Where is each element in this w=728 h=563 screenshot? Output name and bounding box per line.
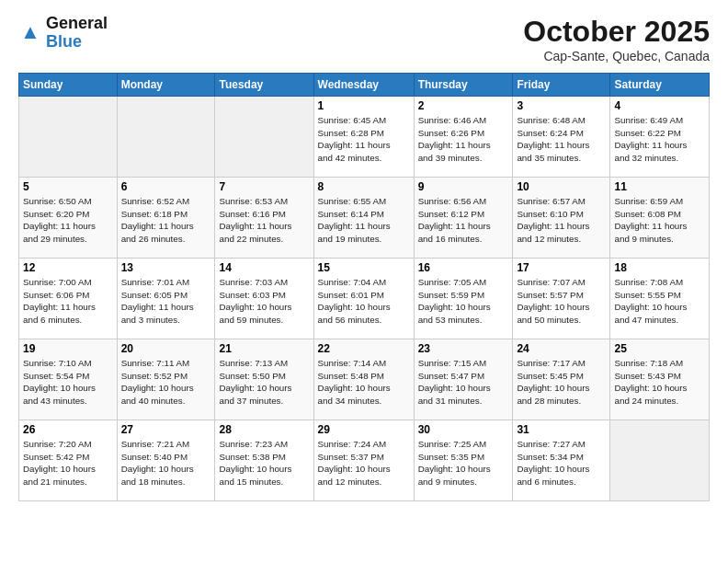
day-info: Sunrise: 7:05 AMSunset: 5:59 PMDaylight:… [418,276,509,327]
day-number: 17 [517,261,606,274]
calendar-header-row: Sunday Monday Tuesday Wednesday Thursday… [19,74,710,97]
logo-general: General [46,15,108,33]
header: ▲ General Blue October 2025 Cap-Sante, Q… [18,15,710,63]
calendar-cell: 3Sunrise: 6:48 AMSunset: 6:24 PMDaylight… [513,97,610,178]
col-thursday: Thursday [414,74,513,97]
day-info: Sunrise: 6:48 AMSunset: 6:24 PMDaylight:… [517,114,606,165]
day-info: Sunrise: 6:52 AMSunset: 6:18 PMDaylight:… [121,195,211,246]
calendar-table: Sunday Monday Tuesday Wednesday Thursday… [18,73,710,501]
day-info: Sunrise: 7:03 AMSunset: 6:03 PMDaylight:… [219,276,309,327]
day-info: Sunrise: 6:59 AMSunset: 6:08 PMDaylight:… [614,195,705,246]
day-number: 13 [121,261,211,274]
day-number: 6 [121,180,211,193]
calendar-cell: 18Sunrise: 7:08 AMSunset: 5:55 PMDayligh… [610,259,710,339]
day-info: Sunrise: 6:56 AMSunset: 6:12 PMDaylight:… [418,195,509,246]
day-number: 14 [219,261,309,274]
day-info: Sunrise: 7:00 AMSunset: 6:06 PMDaylight:… [23,276,113,327]
day-info: Sunrise: 7:20 AMSunset: 5:42 PMDaylight:… [23,438,113,488]
calendar-cell: 22Sunrise: 7:14 AMSunset: 5:48 PMDayligh… [313,339,414,420]
day-number: 18 [614,261,705,274]
day-info: Sunrise: 7:07 AMSunset: 5:57 PMDaylight:… [517,276,606,327]
day-info: Sunrise: 7:10 AMSunset: 5:54 PMDaylight:… [23,357,113,408]
day-number: 4 [614,99,705,112]
month-title: October 2025 [523,15,710,49]
day-number: 26 [23,423,113,436]
calendar-cell: 26Sunrise: 7:20 AMSunset: 5:42 PMDayligh… [19,420,118,501]
calendar-cell: 7Sunrise: 6:53 AMSunset: 6:16 PMDaylight… [215,178,313,259]
col-tuesday: Tuesday [215,74,313,97]
day-info: Sunrise: 7:04 AMSunset: 6:01 PMDaylight:… [318,276,410,327]
calendar-cell: 1Sunrise: 6:45 AMSunset: 6:28 PMDaylight… [313,97,414,178]
day-number: 31 [517,423,606,436]
col-sunday: Sunday [19,74,118,97]
day-number: 29 [318,423,410,436]
day-number: 25 [614,342,705,355]
calendar-cell: 13Sunrise: 7:01 AMSunset: 6:05 PMDayligh… [117,259,215,339]
calendar-cell: 8Sunrise: 6:55 AMSunset: 6:14 PMDaylight… [313,178,414,259]
day-info: Sunrise: 6:53 AMSunset: 6:16 PMDaylight:… [219,195,309,246]
calendar-cell [117,97,215,178]
title-block: October 2025 Cap-Sante, Quebec, Canada [523,15,710,63]
calendar-cell: 11Sunrise: 6:59 AMSunset: 6:08 PMDayligh… [610,178,710,259]
calendar-cell: 31Sunrise: 7:27 AMSunset: 5:34 PMDayligh… [513,420,610,501]
calendar-cell: 17Sunrise: 7:07 AMSunset: 5:57 PMDayligh… [513,259,610,339]
day-info: Sunrise: 7:13 AMSunset: 5:50 PMDaylight:… [219,357,309,408]
day-number: 16 [418,261,509,274]
calendar-cell: 9Sunrise: 6:56 AMSunset: 6:12 PMDaylight… [414,178,513,259]
day-number: 3 [517,99,606,112]
logo-text: General Blue [46,15,108,52]
day-info: Sunrise: 7:21 AMSunset: 5:40 PMDaylight:… [121,438,211,488]
col-monday: Monday [117,74,215,97]
col-wednesday: Wednesday [313,74,414,97]
calendar-cell: 28Sunrise: 7:23 AMSunset: 5:38 PMDayligh… [215,420,313,501]
calendar-cell: 30Sunrise: 7:25 AMSunset: 5:35 PMDayligh… [414,420,513,501]
day-number: 30 [418,423,509,436]
day-info: Sunrise: 6:46 AMSunset: 6:26 PMDaylight:… [418,114,509,165]
day-number: 20 [121,342,211,355]
day-info: Sunrise: 7:17 AMSunset: 5:45 PMDaylight:… [517,357,606,408]
logo: ▲ General Blue [18,15,108,52]
calendar-cell: 25Sunrise: 7:18 AMSunset: 5:43 PMDayligh… [610,339,710,420]
logo-icon: ▲ [18,20,44,46]
calendar-week-4: 19Sunrise: 7:10 AMSunset: 5:54 PMDayligh… [19,339,710,420]
day-info: Sunrise: 7:25 AMSunset: 5:35 PMDaylight:… [418,438,509,488]
page: ▲ General Blue October 2025 Cap-Sante, Q… [0,0,728,511]
svg-text:▲: ▲ [20,20,40,43]
day-number: 1 [318,99,410,112]
col-saturday: Saturday [610,74,710,97]
day-info: Sunrise: 7:01 AMSunset: 6:05 PMDaylight:… [121,276,211,327]
day-info: Sunrise: 7:15 AMSunset: 5:47 PMDaylight:… [418,357,509,408]
day-info: Sunrise: 7:14 AMSunset: 5:48 PMDaylight:… [318,357,410,408]
calendar-cell [19,97,118,178]
calendar-week-3: 12Sunrise: 7:00 AMSunset: 6:06 PMDayligh… [19,259,710,339]
day-number: 24 [517,342,606,355]
calendar-cell: 5Sunrise: 6:50 AMSunset: 6:20 PMDaylight… [19,178,118,259]
day-number: 5 [23,180,113,193]
subtitle: Cap-Sante, Quebec, Canada [523,49,710,63]
col-friday: Friday [513,74,610,97]
calendar-week-2: 5Sunrise: 6:50 AMSunset: 6:20 PMDaylight… [19,178,710,259]
day-info: Sunrise: 7:27 AMSunset: 5:34 PMDaylight:… [517,438,606,488]
day-info: Sunrise: 7:11 AMSunset: 5:52 PMDaylight:… [121,357,211,408]
calendar-cell: 2Sunrise: 6:46 AMSunset: 6:26 PMDaylight… [414,97,513,178]
calendar-cell: 21Sunrise: 7:13 AMSunset: 5:50 PMDayligh… [215,339,313,420]
day-number: 9 [418,180,509,193]
calendar-cell: 14Sunrise: 7:03 AMSunset: 6:03 PMDayligh… [215,259,313,339]
day-number: 22 [318,342,410,355]
day-number: 11 [614,180,705,193]
calendar-body: 1Sunrise: 6:45 AMSunset: 6:28 PMDaylight… [19,97,710,501]
day-info: Sunrise: 7:23 AMSunset: 5:38 PMDaylight:… [219,438,309,488]
day-number: 23 [418,342,509,355]
day-number: 15 [318,261,410,274]
calendar-cell: 23Sunrise: 7:15 AMSunset: 5:47 PMDayligh… [414,339,513,420]
day-info: Sunrise: 6:57 AMSunset: 6:10 PMDaylight:… [517,195,606,246]
day-info: Sunrise: 7:08 AMSunset: 5:55 PMDaylight:… [614,276,705,327]
day-info: Sunrise: 6:55 AMSunset: 6:14 PMDaylight:… [318,195,410,246]
calendar-cell: 24Sunrise: 7:17 AMSunset: 5:45 PMDayligh… [513,339,610,420]
day-info: Sunrise: 6:49 AMSunset: 6:22 PMDaylight:… [614,114,705,165]
day-number: 19 [23,342,113,355]
calendar-cell: 12Sunrise: 7:00 AMSunset: 6:06 PMDayligh… [19,259,118,339]
calendar-cell: 6Sunrise: 6:52 AMSunset: 6:18 PMDaylight… [117,178,215,259]
day-number: 21 [219,342,309,355]
day-number: 12 [23,261,113,274]
